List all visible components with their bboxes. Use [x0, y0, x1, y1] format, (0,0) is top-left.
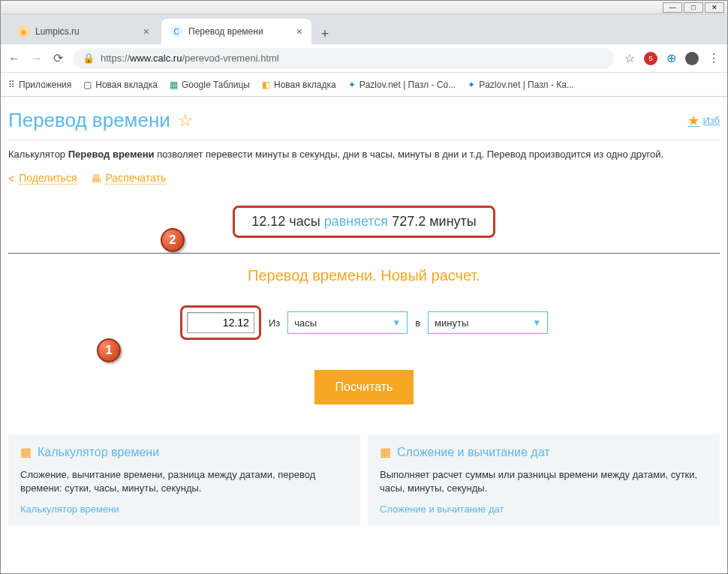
bookmark-item[interactable]: ✦Pazlov.net | Пазл - Со... [348, 80, 456, 90]
url-path: /perevod-vremeni.html [182, 53, 278, 64]
extension-icon[interactable]: ⊕ [666, 51, 676, 65]
card-link[interactable]: Калькулятор времени [20, 503, 119, 515]
card-link[interactable]: Сложение и вычитание дат [380, 503, 504, 515]
address-bar: ← → ⟳ 🔒 https://www.calc.ru/perevod-vrem… [1, 44, 727, 73]
card-title: ▦Калькулятор времени [20, 445, 348, 459]
page-icon: ▢ [83, 80, 92, 90]
card-title: ▦Сложение и вычитание дат [380, 445, 708, 459]
bookmark-label: Pazlov.net | Пазл - Со... [359, 80, 456, 90]
divider [8, 253, 720, 254]
related-card: ▦Сложение и вычитание дат Выполняет расч… [368, 434, 720, 525]
from-label: Из [269, 317, 280, 329]
window-maximize-button[interactable]: □ [684, 2, 703, 13]
bookmark-label: Pazlov.net | Пазл - Ка... [479, 80, 574, 90]
grid-icon: ▦ [20, 445, 32, 459]
apps-grid-icon: ⠿ [8, 80, 15, 90]
tab-title: Lumpics.ru [35, 26, 80, 37]
result-value-to: 727.2 [392, 214, 426, 229]
bookmark-star-icon[interactable]: ☆ [624, 51, 635, 65]
share-icon: < [8, 173, 14, 185]
description-text: Калькулятор Перевод времени позволяет пе… [8, 140, 720, 172]
bookmark-item[interactable]: ◧Новая вкладка [262, 80, 336, 90]
result-box: 12.12 часы равняется 727.2 минуты [233, 206, 495, 238]
related-card: ▦Калькулятор времени Сложение, вычитание… [8, 434, 360, 525]
calculate-button[interactable]: Посчитать [314, 370, 414, 404]
extension-icon[interactable]: 5 [644, 52, 657, 65]
grid-icon: ▦ [380, 445, 391, 459]
window-titlebar: — □ ✕ [1, 1, 727, 14]
browser-tab-strip: ◉ Lumpics.ru × С Перевод времени × + [1, 14, 727, 44]
star-icon: ★ [687, 113, 699, 129]
bookmark-label: Новая вкладка [95, 80, 158, 90]
tab-title: Перевод времени [188, 26, 263, 37]
bookmark-label: Новая вкладка [274, 80, 336, 90]
result-unit-from: часы [289, 214, 320, 229]
profile-avatar-icon[interactable] [685, 52, 699, 65]
value-input-highlight [180, 305, 261, 340]
url-field[interactable]: 🔒 https://www.calc.ru/perevod-vremeni.ht… [74, 48, 614, 69]
unit-to-select[interactable]: минуты ▼ [428, 311, 548, 334]
annotation-badge-1: 1 [97, 338, 121, 362]
bookmark-item[interactable]: ▦Google Таблицы [170, 80, 250, 90]
to-label: в [415, 317, 420, 329]
apps-button[interactable]: ⠿Приложения [8, 80, 71, 90]
tab-close-icon[interactable]: × [143, 26, 149, 38]
print-icon: 🖶 [91, 173, 101, 185]
window-close-button[interactable]: ✕ [705, 2, 724, 13]
page-icon: ◧ [262, 80, 270, 90]
browser-tab[interactable]: С Перевод времени × [161, 19, 311, 44]
sheets-icon: ▦ [170, 80, 178, 90]
favorite-star-icon[interactable]: ☆ [178, 111, 193, 131]
result-unit-to: минуты [429, 214, 477, 229]
tab-favicon-icon: С [170, 26, 182, 38]
nav-reload-icon[interactable]: ⟳ [53, 51, 63, 65]
annotation-badge-2: 2 [161, 228, 185, 252]
bookmark-item[interactable]: ✦Pazlov.net | Пазл - Ка... [468, 80, 574, 90]
result-equals: равняется [324, 214, 388, 229]
tab-close-icon[interactable]: × [296, 26, 302, 38]
page-title-text: Перевод времени [8, 109, 170, 132]
chevron-down-icon: ▼ [392, 317, 401, 328]
url-prefix: https:// [101, 53, 130, 64]
unit-from-select[interactable]: часы ▼ [287, 311, 408, 334]
card-text: Сложение, вычитание времени, разница меж… [20, 468, 348, 495]
share-label: Поделиться [19, 172, 77, 185]
window-minimize-button[interactable]: — [663, 2, 682, 13]
url-host: www.calc.ru [130, 53, 182, 64]
tab-favicon-icon: ◉ [17, 26, 29, 38]
puzzle-icon: ✦ [468, 80, 475, 90]
bookmark-label: Google Таблицы [182, 80, 250, 90]
print-link[interactable]: 🖶Распечатать [91, 172, 167, 185]
result-value-from: 12.12 [251, 214, 285, 229]
puzzle-icon: ✦ [348, 80, 356, 90]
value-input[interactable] [187, 312, 254, 333]
nav-back-icon[interactable]: ← [8, 52, 20, 65]
bookmarks-bar: ⠿Приложения ▢Новая вкладка ▦Google Табли… [1, 73, 727, 97]
new-tab-button[interactable]: + [314, 23, 335, 44]
browser-tab[interactable]: ◉ Lumpics.ru × [8, 19, 158, 44]
page-title: Перевод времени ☆ [8, 109, 193, 132]
select-value: минуты [435, 317, 468, 329]
bookmark-item[interactable]: ▢Новая вкладка [83, 80, 158, 90]
share-link[interactable]: <Поделиться [8, 172, 77, 185]
nav-forward-icon[interactable]: → [31, 52, 43, 65]
favorites-label: Изб [702, 115, 720, 126]
lock-icon: 🔒 [83, 53, 95, 64]
chevron-down-icon: ▼ [532, 317, 541, 328]
browser-menu-icon[interactable]: ⋮ [708, 51, 720, 65]
select-value: часы [294, 317, 317, 329]
print-label: Распечатать [106, 172, 167, 185]
sub-heading: Перевод времени. Новый расчет. [8, 267, 720, 284]
favorites-link[interactable]: ★Изб [687, 113, 720, 129]
apps-label: Приложения [19, 80, 71, 90]
card-text: Выполняет расчет суммы или разницы време… [380, 468, 708, 495]
